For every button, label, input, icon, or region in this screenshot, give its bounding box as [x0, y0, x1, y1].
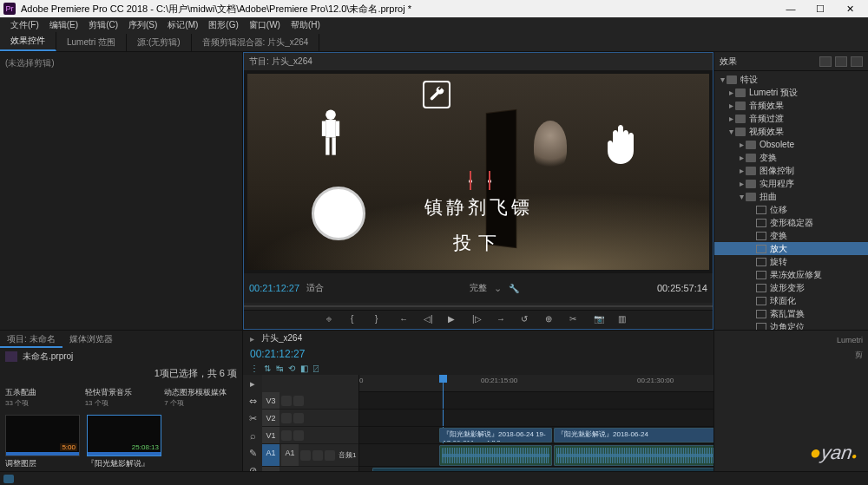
menu-剪辑(C)[interactable]: 剪辑(C) — [83, 19, 123, 31]
menu-标记(M)[interactable]: 标记(M) — [162, 19, 203, 31]
overlay-text-2: 投下 — [247, 231, 709, 255]
wrench-settings-icon[interactable]: 🔧 — [509, 284, 519, 293]
transport-button[interactable]: ⊕ — [545, 314, 557, 326]
full-dropdown[interactable]: 完整 — [470, 282, 487, 294]
transport-button[interactable]: ← — [399, 314, 411, 326]
menu-编辑(E)[interactable]: 编辑(E) — [44, 19, 83, 31]
bin-item[interactable]: 动态图形模板媒体7 个项 — [164, 385, 237, 408]
crosshair-icon — [469, 180, 509, 183]
timeline-option-icon[interactable]: ⟲ — [288, 364, 295, 373]
video-clip[interactable]: 『阳光魅影解说』2018-06-24 — [554, 428, 713, 442]
preset-icon-3[interactable] — [851, 56, 863, 67]
fit-dropdown[interactable]: 适合 — [306, 282, 324, 294]
transport-button[interactable]: ⎆ — [326, 314, 339, 326]
audio-track-header[interactable]: A1A1音频1 — [262, 444, 358, 467]
timeline-option-icon[interactable]: ↹ — [276, 364, 283, 373]
timeline-ruler[interactable]: 000:21:15:0000:21:30:0000:21:45:00 — [359, 375, 713, 392]
minimize-button[interactable]: — — [776, 0, 806, 17]
audio-clip[interactable] — [439, 445, 552, 466]
transport-button[interactable]: 📷 — [594, 314, 606, 326]
bin-item[interactable]: 五杀配曲33 个项 — [5, 385, 78, 408]
audio-clip[interactable] — [554, 445, 713, 466]
effect-item[interactable]: 放大 — [714, 242, 868, 255]
clip-thumb[interactable]: 5:00调整图层 — [5, 415, 80, 469]
status-icon[interactable] — [3, 475, 14, 483]
svg-rect-1 — [326, 120, 336, 137]
project-name: 未命名.prproj — [23, 351, 237, 363]
svg-rect-3 — [336, 121, 339, 136]
effect-item[interactable]: 位移 — [714, 203, 868, 216]
sequence-name[interactable]: 片头_x264 — [261, 332, 302, 344]
menu-窗口(W)[interactable]: 窗口(W) — [244, 19, 286, 31]
window-title: Adobe Premiere Pro CC 2018 - C:\用户\midwi… — [21, 3, 776, 16]
track-headers: V3V2V1A1A1音频1A2A3 — [262, 375, 359, 485]
clip-thumb[interactable]: 25:08:13『阳光魅影解说』 — [87, 415, 161, 469]
effect-folder[interactable]: ▸实用程序 — [714, 177, 868, 190]
program-viewer[interactable]: 镇静剂飞镖 投下 — [247, 74, 709, 270]
effect-folder[interactable]: ▸Obsolete — [714, 138, 868, 151]
transport-button[interactable]: ▶ — [448, 314, 460, 326]
effects-tree[interactable]: ▾特设▸Lumetri 预设▸音频效果▸音频过渡▾视频效果▸Obsolete▸变… — [714, 71, 868, 330]
timeline-option-icon[interactable]: ⋮ — [250, 364, 259, 373]
effect-folder[interactable]: ▾扭曲 — [714, 190, 868, 203]
transport-button[interactable]: → — [496, 314, 509, 326]
video-clip[interactable]: 『阳光魅影解说』2018-06-24 19-17-06-811.mp4 [V] — [439, 428, 552, 442]
transport-button[interactable]: ▥ — [618, 314, 630, 326]
tab[interactable]: 效果控件 — [0, 32, 56, 51]
effect-folder[interactable]: ▾特设 — [714, 73, 868, 86]
preset-icon-2[interactable] — [835, 56, 847, 67]
project-tab[interactable]: 项目: 未命名 — [0, 331, 62, 348]
timeline-option-icon[interactable]: ⍁ — [313, 364, 319, 373]
effect-item[interactable]: 果冻效应修复 — [714, 268, 868, 281]
bin-item[interactable]: 轻快背景音乐13 个项 — [85, 385, 158, 408]
program-scrubber[interactable] — [244, 303, 713, 310]
menu-文件(F)[interactable]: 文件(F) — [5, 19, 44, 31]
effect-item[interactable]: 波形变形 — [714, 281, 868, 294]
menu-序列(S)[interactable]: 序列(S) — [123, 19, 162, 31]
effect-item[interactable]: 边角定位 — [714, 320, 868, 330]
effect-item[interactable]: 紊乱置换 — [714, 307, 868, 320]
transport-button[interactable]: ↺ — [521, 314, 533, 326]
project-tab[interactable]: 媒体浏览器 — [62, 331, 120, 348]
timeline-option-icon[interactable]: ◧ — [300, 364, 308, 373]
effect-folder[interactable]: ▸图像控制 — [714, 164, 868, 177]
effect-item[interactable]: 旋转 — [714, 255, 868, 268]
program-timecode-left[interactable]: 00:21:12:27 — [249, 283, 299, 293]
timeline-tool[interactable]: ▸ — [247, 378, 259, 390]
video-track-header[interactable]: V1 — [262, 427, 358, 444]
effect-item[interactable]: 变形稳定器 — [714, 216, 868, 229]
program-monitor-panel: 节目: 片头_x264 镇静剂飞镖 投下 00:21:12:27 适合 完整 ⌄… — [243, 52, 713, 330]
effect-folder[interactable]: ▾视频效果 — [714, 125, 868, 138]
effect-folder[interactable]: ▸音频效果 — [714, 99, 868, 112]
effect-folder[interactable]: ▸音频过渡 — [714, 112, 868, 125]
timeline-tool[interactable]: ⌕ — [247, 430, 259, 442]
transport-button[interactable]: { — [351, 314, 363, 326]
timeline-tool[interactable]: ✎ — [247, 448, 259, 460]
effect-item[interactable]: 变换 — [714, 229, 868, 242]
transport-button[interactable]: ◁| — [424, 314, 436, 326]
timeline-tool[interactable]: ⇔ — [247, 396, 259, 408]
maximize-button[interactable]: ☐ — [806, 0, 835, 17]
transport-button[interactable]: |▷ — [472, 314, 484, 326]
timeline-timecode[interactable]: 00:21:12:27 — [243, 346, 713, 362]
effect-item[interactable]: 球面化 — [714, 294, 868, 307]
timeline-option-icon[interactable]: ⇅ — [264, 364, 271, 373]
timeline-panel: ▸ 片头_x264 00:21:12:27 ⋮⇅↹⟲◧⍁ ▸⇔✂⌕✎⊘⬚T V3… — [243, 331, 713, 485]
timeline-tracks[interactable]: 000:21:15:0000:21:30:0000:21:45:00 『阳光魅影… — [359, 375, 713, 485]
video-track-header[interactable]: V3 — [262, 392, 358, 410]
effect-folder[interactable]: ▸Lumetri 预设 — [714, 86, 868, 99]
tab[interactable]: 源:(无剪辑) — [127, 34, 191, 51]
effect-folder[interactable]: ▸变换 — [714, 151, 868, 164]
timeline-tool[interactable]: ✂ — [247, 413, 259, 425]
effects-panel: 效果 ▾特设▸Lumetri 预设▸音频效果▸音频过渡▾视频效果▸Obsolet… — [713, 52, 868, 330]
transport-button[interactable]: } — [375, 314, 387, 326]
transport-button[interactable]: ✂ — [569, 314, 582, 326]
video-track-header[interactable]: V2 — [262, 410, 358, 427]
transport-bar: ⎆{}←◁|▶|▷→↺⊕✂📷▥ — [244, 310, 713, 329]
menu-帮助(H)[interactable]: 帮助(H) — [286, 19, 326, 31]
close-button[interactable]: ✕ — [835, 0, 865, 17]
tab[interactable]: 音频剪辑混合器: 片头_x264 — [192, 34, 320, 51]
menu-图形(G)[interactable]: 图形(G) — [203, 19, 243, 31]
preset-icon-1[interactable] — [819, 56, 832, 67]
tab[interactable]: Lumetri 范围 — [56, 34, 127, 51]
